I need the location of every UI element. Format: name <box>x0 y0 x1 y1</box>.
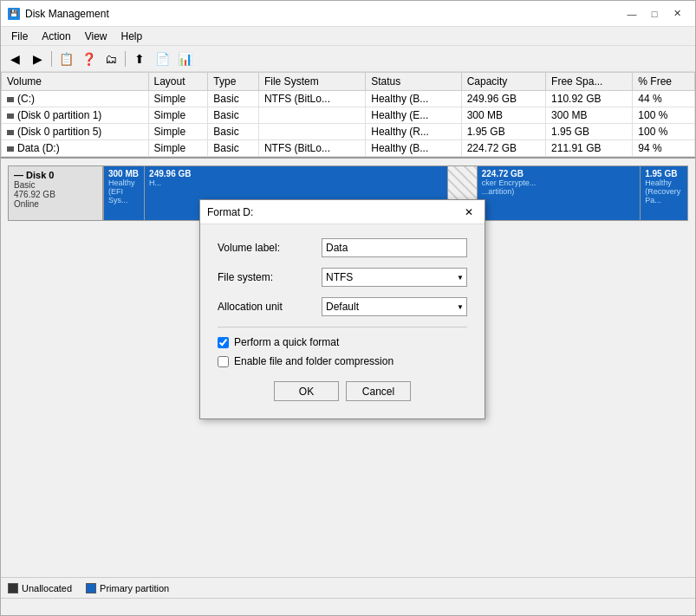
partition-d[interactable]: 224.72 GB cker Encrypte... ...artition) <box>478 166 641 220</box>
cell-pct: 44 % <box>633 91 695 107</box>
cell-status: Healthy (B... <box>366 140 461 157</box>
col-layout: Layout <box>148 73 208 91</box>
compression-row: Enable file and folder compression <box>218 355 467 367</box>
cell-pct: 100 % <box>633 107 695 124</box>
partition-recovery[interactable]: 1.95 GB Healthy (Recovery Pa... <box>641 166 687 220</box>
menu-file[interactable]: File <box>4 29 35 44</box>
volume-label-text: Volume label: <box>218 242 322 254</box>
status-bar <box>1 598 695 615</box>
file-system-text: File system: <box>218 271 322 283</box>
dialog-title: Format D: <box>207 206 253 218</box>
cell-free: 110.92 GB <box>546 91 633 107</box>
table-row[interactable]: (C:) Simple Basic NTFS (BitLo... Healthy… <box>2 91 695 107</box>
cell-volume: (Disk 0 partition 5) <box>2 124 149 140</box>
toolbar-up[interactable]: ⬆ <box>129 49 150 68</box>
disk-0-size: 476.92 GB <box>14 190 97 199</box>
legend-bar: Unallocated Primary partition <box>1 577 695 598</box>
cell-fs <box>258 107 365 124</box>
cell-type: Basic <box>208 91 259 107</box>
window-title: Disk Management <box>25 8 109 20</box>
close-button[interactable]: ✕ <box>666 4 688 23</box>
cell-capacity: 249.96 GB <box>461 91 545 107</box>
title-bar-left: 💾 Disk Management <box>8 8 109 20</box>
file-system-row: File system: NTFS FAT32 exFAT ▼ <box>218 268 467 287</box>
toolbar-back[interactable]: ◀ <box>4 49 25 68</box>
col-pctfree: % Free <box>633 73 695 91</box>
volume-label-row: Volume label: <box>218 238 467 257</box>
toolbar-folder[interactable]: 🗂 <box>101 49 121 68</box>
title-controls: — □ ✕ <box>621 4 688 23</box>
toolbar-sep1 <box>51 51 52 67</box>
toolbar-list[interactable]: 📋 <box>55 49 76 68</box>
dialog-close-button[interactable]: ✕ <box>460 204 478 220</box>
file-system-select[interactable]: NTFS FAT32 exFAT <box>322 268 467 287</box>
disk-0-name: — Disk 0 <box>14 170 97 180</box>
cell-capacity: 1.95 GB <box>461 124 545 140</box>
partition-recovery-size: 1.95 GB <box>645 169 683 178</box>
quick-format-row: Perform a quick format <box>218 336 467 348</box>
maximize-button[interactable]: □ <box>643 4 666 23</box>
cell-layout: Simple <box>148 91 208 107</box>
compression-label[interactable]: Enable file and folder compression <box>234 355 394 367</box>
col-capacity: Capacity <box>461 73 545 91</box>
menu-view[interactable]: View <box>78 29 114 44</box>
cell-type: Basic <box>208 140 259 157</box>
partition-recovery-label: Healthy (Recovery Pa... <box>645 178 683 204</box>
cell-pct: 100 % <box>633 124 695 140</box>
legend-unallocated-box <box>8 583 18 593</box>
cell-fs: NTFS (BitLo... <box>258 91 365 107</box>
quick-format-checkbox[interactable] <box>218 337 229 348</box>
alloc-unit-text: Allocation unit <box>218 301 322 313</box>
toolbar-help[interactable]: ❓ <box>78 49 99 68</box>
disk-table-area: Volume Layout Type File System Status Ca… <box>1 72 695 159</box>
partition-c-name: 249.96 GB <box>149 169 443 178</box>
dialog-title-bar: Format D: ✕ <box>200 200 485 224</box>
toolbar-sep2 <box>125 51 126 67</box>
cell-type: Basic <box>208 107 259 124</box>
app-icon: 💾 <box>8 8 20 20</box>
disk-0-label: — Disk 0 Basic 476.92 GB Online <box>8 165 103 221</box>
toolbar-forward[interactable]: ▶ <box>27 49 48 68</box>
partition-c-label: H... <box>149 178 443 187</box>
quick-format-label[interactable]: Perform a quick format <box>234 336 339 348</box>
table-row[interactable]: (Disk 0 partition 1) Simple Basic Health… <box>2 107 695 124</box>
menu-help[interactable]: Help <box>114 29 150 44</box>
legend-primary-label: Primary partition <box>100 583 169 593</box>
cell-volume: (Disk 0 partition 1) <box>2 107 149 124</box>
partition-d-label: cker Encrypte... <box>482 178 635 187</box>
partition-efi-label: Healthy (EFI Sys... <box>108 178 140 204</box>
dialog-body: Volume label: File system: NTFS FAT32 ex… <box>200 224 485 418</box>
minimize-button[interactable]: — <box>621 4 643 23</box>
alloc-unit-select[interactable]: Default 512 1024 2048 4096 <box>322 297 467 316</box>
cell-capacity: 300 MB <box>461 107 545 124</box>
col-volume: Volume <box>2 73 149 91</box>
menu-action[interactable]: Action <box>35 29 77 44</box>
disk-0-type: Basic <box>14 180 97 190</box>
cancel-button[interactable]: Cancel <box>346 381 411 401</box>
title-bar: 💾 Disk Management — □ ✕ <box>1 1 695 27</box>
legend-unallocated: Unallocated <box>8 583 72 593</box>
legend-primary-box <box>86 583 96 593</box>
col-freespace: Free Spa... <box>546 73 633 91</box>
cell-pct: 94 % <box>633 140 695 157</box>
compression-checkbox[interactable] <box>218 356 229 367</box>
table-row[interactable]: (Disk 0 partition 5) Simple Basic Health… <box>2 124 695 140</box>
cell-layout: Simple <box>148 124 208 140</box>
table-row[interactable]: Data (D:) Simple Basic NTFS (BitLo... He… <box>2 140 695 157</box>
volume-label-input[interactable] <box>322 238 467 257</box>
partition-efi[interactable]: 300 MB Healthy (EFI Sys... <box>104 166 145 220</box>
cell-layout: Simple <box>148 107 208 124</box>
cell-capacity: 224.72 GB <box>461 140 545 157</box>
partition-d-name: 224.72 GB <box>482 169 635 178</box>
disk-0-status: Online <box>14 199 97 209</box>
toolbar-chart[interactable]: 📊 <box>174 49 195 68</box>
cell-volume: Data (D:) <box>2 140 149 157</box>
col-filesystem: File System <box>258 73 365 91</box>
toolbar-doc[interactable]: 📄 <box>152 49 172 68</box>
ok-button[interactable]: OK <box>274 381 339 401</box>
cell-status: Healthy (B... <box>366 91 461 107</box>
cell-free: 1.95 GB <box>546 124 633 140</box>
legend-unallocated-label: Unallocated <box>22 583 72 593</box>
toolbar: ◀ ▶ 📋 ❓ 🗂 ⬆ 📄 📊 <box>1 46 695 72</box>
partition-d-sublabel: ...artition) <box>482 187 635 196</box>
